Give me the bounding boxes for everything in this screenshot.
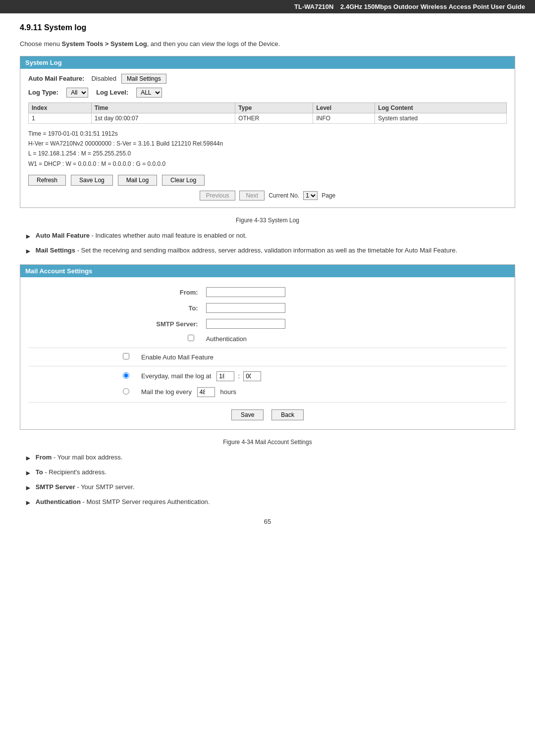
bullet-smtp: ► SMTP Server - Your SMTP server.	[25, 482, 515, 493]
mail-account-table-2: Enable Auto Mail Feature	[28, 350, 507, 364]
save-back-row: Save Back	[28, 404, 507, 422]
everyday-min-input[interactable]	[243, 371, 261, 381]
auth-row: Authentication	[28, 332, 507, 346]
auth-label: Authentication	[202, 332, 507, 346]
mail-schedule-table: Everyday, mail the log at : Mail th	[28, 368, 507, 400]
pagination-row: Previous Next Current No. 1 Page	[28, 191, 507, 201]
everyday-hour-input[interactable]	[216, 371, 234, 381]
cell-level: INFO	[313, 113, 375, 123]
every-hours-radio[interactable]	[123, 388, 129, 395]
log-buttons: Refresh Save Log Mail Log Clear Log	[28, 175, 507, 186]
current-no-label: Current No.	[268, 192, 299, 199]
mail-account-bullets: ► From - Your mail box address. ► To - R…	[20, 453, 515, 508]
auto-mail-value: Disabled	[91, 75, 116, 82]
bullet-smtp-term: SMTP Server	[36, 483, 75, 491]
bullet-auth-term: Authentication	[36, 498, 81, 505]
bullet-from: ► From - Your mail box address.	[25, 453, 515, 463]
main-content: 4.9.11 System log Choose menu System Too…	[0, 13, 535, 540]
auto-mail-row: Auto Mail Feature: Disabled Mail Setting…	[28, 74, 507, 84]
to-input[interactable]	[206, 303, 285, 313]
mail-account-panel-header: Mail Account Settings	[20, 265, 515, 277]
divider3	[28, 402, 507, 403]
col-level: Level	[313, 102, 375, 113]
enable-auto-mail-row: Enable Auto Mail Feature	[28, 350, 507, 364]
intro-text: Choose menu System Tools > System Log, a…	[20, 39, 515, 49]
log-info-hver: H-Ver = WA7210Nv2 00000000 : S-Ver = 3.1…	[28, 139, 507, 149]
figure33-caption: Figure 4-33 System Log	[20, 217, 515, 224]
log-type-label: Log Type:	[28, 89, 58, 96]
to-label: To:	[28, 300, 202, 316]
from-input[interactable]	[206, 287, 285, 297]
bullet-to: ► To - Recipient's address.	[25, 467, 515, 478]
bullet-from-term: From	[36, 454, 52, 461]
log-level-label: Log Level:	[96, 89, 128, 96]
system-log-bullets: ► Auto Mail Feature - Indicates whether …	[20, 231, 515, 256]
auto-mail-label: Auto Mail Feature:	[28, 75, 84, 82]
divider	[28, 348, 507, 348]
col-index: Index	[29, 102, 92, 113]
bullet-auto-mail-feature: ► Auto Mail Feature - Indicates whether …	[25, 231, 515, 242]
model-label: TL-WA7210N	[294, 3, 333, 10]
current-no-select[interactable]: 1	[303, 191, 318, 200]
bullet-term-2: Mail Settings	[36, 247, 75, 254]
log-info-block: Time = 1970-01-01 0:31:51 1912s H-Ver = …	[28, 129, 507, 169]
table-row: 1 1st day 00:00:07 OTHER INFO System sta…	[29, 113, 507, 123]
section-title: 4.9.11 System log	[20, 23, 515, 32]
arrow-icon: ►	[25, 468, 32, 478]
log-info-time: Time = 1970-01-01 0:31:51 1912s	[28, 129, 507, 139]
smtp-input[interactable]	[206, 319, 285, 329]
arrow-icon: ►	[25, 231, 32, 242]
every-hours-row: Mail the log every hours	[28, 384, 507, 400]
col-time: Time	[91, 102, 235, 113]
system-log-panel-body: Auto Mail Feature: Disabled Mail Setting…	[20, 69, 515, 208]
arrow-icon: ►	[25, 246, 32, 256]
log-type-select[interactable]: All	[66, 88, 88, 98]
system-log-panel: System Log Auto Mail Feature: Disabled M…	[20, 56, 515, 208]
arrow-icon: ►	[25, 453, 32, 463]
next-button[interactable]: Next	[239, 191, 265, 201]
log-type-row: Log Type: All Log Level: ALL	[28, 88, 507, 98]
figure34-caption: Figure 4-34 Mail Account Settings	[20, 439, 515, 446]
back-button[interactable]: Back	[271, 409, 304, 420]
mail-log-button[interactable]: Mail Log	[118, 175, 157, 186]
save-log-button[interactable]: Save Log	[71, 175, 113, 186]
bullet-auth: ► Authentication - Most SMTP Server requ…	[25, 497, 515, 508]
auth-checkbox[interactable]	[188, 335, 194, 341]
every-hours-input[interactable]	[197, 387, 215, 397]
enable-auto-mail-checkbox[interactable]	[123, 353, 129, 359]
previous-button[interactable]: Previous	[200, 191, 236, 201]
refresh-button[interactable]: Refresh	[28, 175, 66, 186]
everyday-row: Everyday, mail the log at :	[28, 368, 507, 384]
from-label: From:	[28, 284, 202, 300]
smtp-row: SMTP Server:	[28, 316, 507, 332]
divider2	[28, 366, 507, 366]
bullet-mail-settings: ► Mail Settings - Set the receiving and …	[25, 246, 515, 256]
everyday-radio[interactable]	[123, 372, 129, 379]
system-log-panel-header: System Log	[20, 56, 515, 69]
to-row: To:	[28, 300, 507, 316]
col-type: Type	[235, 102, 313, 113]
log-table: Index Time Type Level Log Content 1 1st …	[28, 102, 507, 124]
page-label: Page	[321, 192, 335, 199]
mail-account-table: From: To: SMTP Server:	[28, 284, 507, 346]
bullet-term-1: Auto Mail Feature	[36, 232, 90, 239]
cell-time: 1st day 00:00:07	[91, 113, 235, 123]
enable-auto-mail-label: Enable Auto Mail Feature	[137, 350, 507, 364]
cell-index: 1	[29, 113, 92, 123]
log-info-l: L = 192.168.1.254 : M = 255.255.255.0	[28, 149, 507, 158]
mail-settings-button[interactable]: Mail Settings	[121, 74, 166, 84]
from-row: From:	[28, 284, 507, 300]
every-label: Mail the log every	[141, 388, 192, 396]
col-log-content: Log Content	[375, 102, 507, 113]
hours-label: hours	[220, 388, 237, 396]
cell-content: System started	[375, 113, 507, 123]
header-bar: TL-WA7210N 2.4GHz 150Mbps Outdoor Wirele…	[0, 0, 535, 13]
clear-log-button[interactable]: Clear Log	[162, 175, 205, 186]
arrow-icon: ►	[25, 483, 32, 493]
log-level-select[interactable]: ALL	[136, 88, 162, 98]
mail-account-panel-body: From: To: SMTP Server:	[20, 277, 515, 429]
mail-account-panel: Mail Account Settings From: To: SMTP Ser…	[20, 264, 515, 430]
smtp-label: SMTP Server:	[28, 316, 202, 332]
bullet-to-term: To	[36, 468, 43, 476]
save-button[interactable]: Save	[231, 409, 264, 420]
